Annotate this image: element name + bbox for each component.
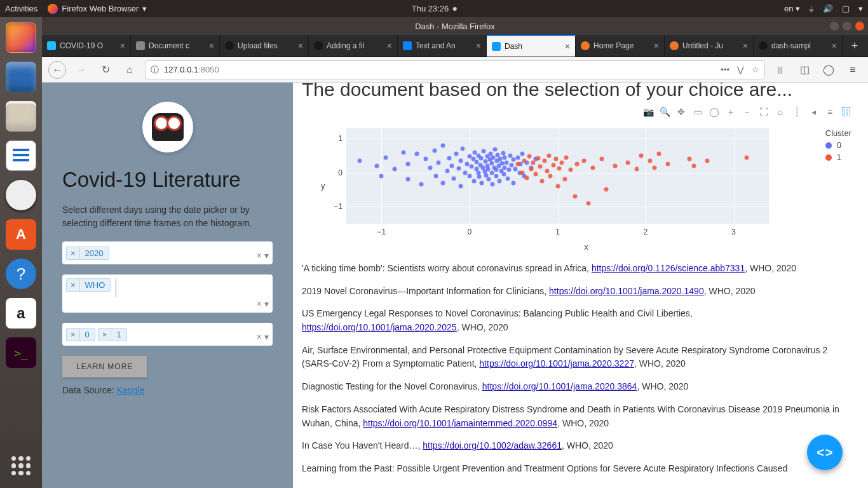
- scatter-point[interactable]: [480, 180, 484, 185]
- scatter-point[interactable]: [405, 177, 410, 182]
- scatter-point[interactable]: [639, 153, 644, 158]
- scatter-point[interactable]: [586, 201, 590, 205]
- scatter-point[interactable]: [536, 156, 541, 161]
- scatter-point[interactable]: [573, 194, 578, 199]
- zoom-icon[interactable]: 🔍: [660, 107, 670, 118]
- scatter-point[interactable]: [529, 167, 533, 172]
- scatter-point[interactable]: [467, 174, 471, 179]
- menu-icon[interactable]: ≡: [844, 61, 862, 79]
- year-dropdown[interactable]: ×2020 ×▾: [62, 241, 273, 264]
- scatter-point[interactable]: [505, 160, 509, 165]
- scatter-point[interactable]: [516, 162, 520, 166]
- library-icon[interactable]: ⫼: [771, 61, 789, 79]
- tab-close-icon[interactable]: ×: [298, 41, 303, 51]
- scatter-point[interactable]: [437, 160, 441, 165]
- scatter-point[interactable]: [510, 163, 514, 167]
- scatter-point[interactable]: [546, 153, 551, 158]
- browser-tab[interactable]: dash-sampl×: [754, 35, 843, 57]
- article-link[interactable]: https://doi.org/10.1001/jamainternmed.20…: [363, 418, 557, 428]
- window-minimize[interactable]: [830, 22, 839, 30]
- launcher-thunderbird[interactable]: [6, 62, 36, 92]
- chevron-down-icon[interactable]: ▾: [264, 332, 269, 342]
- browser-tab[interactable]: Untitled - Ju×: [665, 35, 754, 57]
- scatter-point[interactable]: [450, 163, 454, 168]
- scatter-point[interactable]: [555, 184, 560, 189]
- scatter-point[interactable]: [545, 168, 549, 173]
- scatter-point[interactable]: [525, 175, 529, 180]
- scatter-point[interactable]: [604, 187, 608, 192]
- article-link[interactable]: https://doi.org/10.1001/jama.2020.3227: [479, 358, 634, 369]
- scatter-point[interactable]: [500, 161, 505, 165]
- browser-tab[interactable]: Adding a fil×: [309, 35, 398, 57]
- scatter-point[interactable]: [652, 165, 656, 170]
- launcher-apps-grid[interactable]: [11, 456, 31, 475]
- scatter-point[interactable]: [542, 158, 546, 163]
- scatter-point[interactable]: [665, 162, 670, 166]
- scatter-point[interactable]: [471, 179, 476, 184]
- scatter-point[interactable]: [493, 147, 498, 152]
- tab-close-icon[interactable]: ×: [387, 41, 392, 51]
- scatter-point[interactable]: [405, 162, 410, 166]
- zoom-out-icon[interactable]: －: [742, 107, 752, 118]
- scatter-point[interactable]: [692, 163, 696, 168]
- scatter-point[interactable]: [402, 150, 406, 154]
- launcher-firefox[interactable]: [6, 22, 36, 53]
- scatter-point[interactable]: [460, 147, 465, 151]
- scatter-point[interactable]: [745, 155, 749, 159]
- browser-tab[interactable]: COVID-19 O×: [42, 35, 131, 57]
- forward-button[interactable]: →: [72, 61, 90, 79]
- article-link[interactable]: https://doi.org/10.1001/jama.2020.3864: [482, 381, 637, 391]
- box-select-icon[interactable]: ▭: [693, 107, 703, 118]
- scatter-point[interactable]: [513, 167, 518, 172]
- scatter-point[interactable]: [505, 177, 510, 181]
- lang-indicator[interactable]: en ▾: [784, 4, 800, 13]
- scatter-point[interactable]: [527, 154, 532, 158]
- scatter-point[interactable]: [441, 180, 445, 185]
- scatter-point[interactable]: [384, 155, 388, 159]
- scatter-point[interactable]: [635, 167, 639, 172]
- scatter-point[interactable]: [494, 168, 498, 172]
- scatter-point[interactable]: [501, 172, 506, 177]
- scatter-point[interactable]: [560, 160, 564, 165]
- wifi-icon[interactable]: ⏚: [809, 4, 814, 13]
- window-maximize[interactable]: [843, 22, 851, 30]
- home-button[interactable]: ⌂: [121, 61, 139, 79]
- scatter-point[interactable]: [498, 179, 502, 184]
- clear-icon[interactable]: ×: [257, 299, 262, 309]
- scatter-point[interactable]: [477, 175, 482, 179]
- scatter-point[interactable]: [434, 174, 438, 179]
- scatter-point[interactable]: [441, 143, 445, 147]
- scatter-point[interactable]: [357, 158, 362, 163]
- source-dropdown[interactable]: ×WHO ×▾: [62, 274, 273, 313]
- scatter-point[interactable]: [489, 170, 494, 175]
- article-link[interactable]: https://doi.org/0.1126/science.abb7331: [592, 263, 745, 273]
- launcher-amazon[interactable]: a: [6, 298, 36, 329]
- hover-closest-icon[interactable]: ◂: [808, 107, 818, 118]
- scatter-point[interactable]: [454, 152, 459, 156]
- scatter-point[interactable]: [599, 157, 604, 161]
- scatter-point[interactable]: [379, 174, 384, 179]
- scatter-point[interactable]: [508, 153, 512, 158]
- scatter-point[interactable]: [452, 177, 456, 181]
- scatter-point[interactable]: [564, 155, 569, 159]
- browser-tab[interactable]: Dash×: [487, 35, 576, 57]
- browser-tab[interactable]: Text and An×: [398, 35, 487, 57]
- scatter-point[interactable]: [375, 163, 379, 168]
- tab-close-icon[interactable]: ×: [654, 41, 659, 51]
- tab-close-icon[interactable]: ×: [209, 41, 214, 51]
- scatter-point[interactable]: [538, 165, 542, 169]
- scatter-point[interactable]: [447, 156, 452, 161]
- scatter-point[interactable]: [574, 162, 579, 166]
- battery-icon[interactable]: ▢: [842, 4, 850, 13]
- scatter-point[interactable]: [548, 174, 553, 179]
- volume-icon[interactable]: 🔊: [823, 4, 833, 13]
- scatter-point[interactable]: [494, 174, 498, 179]
- launcher-files[interactable]: [6, 101, 36, 132]
- url-bar[interactable]: ⓘ 127.0.0.1:8050 ••• ⋁ ☆: [145, 60, 765, 79]
- chevron-down-icon[interactable]: ▾: [858, 4, 863, 13]
- scatter-point[interactable]: [553, 157, 558, 161]
- scatter-point[interactable]: [626, 160, 630, 165]
- plotly-logo-icon[interactable]: ⿲: [841, 107, 851, 118]
- clear-icon[interactable]: ×: [257, 250, 262, 261]
- browser-tab[interactable]: Document c×: [131, 35, 220, 57]
